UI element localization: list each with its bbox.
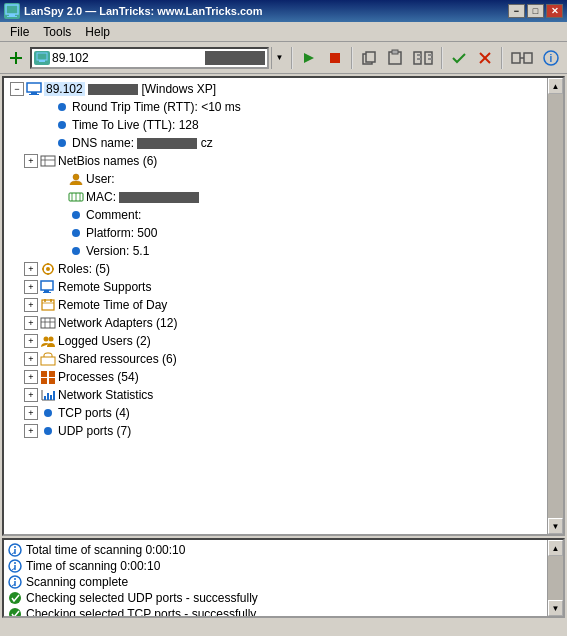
logged-users-expand[interactable]: +: [24, 334, 38, 348]
address-input[interactable]: [52, 51, 203, 65]
status-content: Total time of scanning 0:00:10 Time of s…: [4, 540, 547, 616]
main-scrollbar[interactable]: ▲ ▼: [547, 78, 563, 534]
close-button[interactable]: ✕: [546, 4, 563, 18]
tree-dns[interactable]: DNS name: cz: [6, 134, 545, 152]
status-scroll-down[interactable]: ▼: [548, 600, 563, 616]
status-scroll-up[interactable]: ▲: [548, 540, 563, 556]
menu-bar: File Tools Help: [0, 22, 567, 42]
tcp-label: TCP ports (4): [58, 406, 130, 420]
svg-rect-72: [53, 391, 55, 400]
svg-rect-69: [44, 396, 46, 400]
tree-comment[interactable]: Comment:: [6, 206, 545, 224]
netbios-expand[interactable]: +: [24, 154, 38, 168]
tree-udp[interactable]: + UDP ports (7): [6, 422, 545, 440]
svg-point-29: [58, 103, 66, 111]
tree-remote-supports[interactable]: + Remote Supports: [6, 278, 545, 296]
status-scrollbar[interactable]: ▲ ▼: [547, 540, 563, 616]
processes-icon: [40, 369, 56, 385]
ttl-icon: [54, 117, 70, 133]
status-scroll-track[interactable]: [548, 556, 563, 600]
shared-expand[interactable]: +: [24, 352, 38, 366]
root-expand[interactable]: −: [10, 82, 24, 96]
tree-logged-users[interactable]: + Logged Users (2): [6, 332, 545, 350]
platform-icon: [68, 225, 84, 241]
net-stats-expand[interactable]: +: [24, 388, 38, 402]
scroll-track[interactable]: [548, 94, 563, 518]
tree-processes[interactable]: + Processes (54): [6, 368, 545, 386]
toolbar: ▼: [0, 42, 567, 74]
status-line-4: Checking selected UDP ports - successful…: [8, 590, 543, 606]
svg-rect-26: [27, 83, 41, 92]
info-button[interactable]: i: [539, 46, 563, 70]
config-button[interactable]: [507, 46, 537, 70]
net-adapters-expand[interactable]: +: [24, 316, 38, 330]
tree-remote-time[interactable]: + Remote Time of Day: [6, 296, 545, 314]
scroll-down-button[interactable]: ▼: [548, 518, 563, 534]
maximize-button[interactable]: □: [527, 4, 544, 18]
comment-icon: [68, 207, 84, 223]
tcp-icon: [40, 405, 56, 421]
svg-rect-56: [41, 318, 55, 328]
shared-label: Shared ressources (6): [58, 352, 177, 366]
tree-rtt[interactable]: Round Trip Time (RTT): <10 ms: [6, 98, 545, 116]
status-bar: Total time of scanning 0:00:10 Time of s…: [2, 538, 565, 618]
svg-point-30: [58, 121, 66, 129]
svg-rect-62: [41, 357, 55, 365]
add-button[interactable]: [4, 46, 28, 70]
comment-label: Comment:: [86, 208, 141, 222]
tree-shared[interactable]: + Shared ressources (6): [6, 350, 545, 368]
svg-point-60: [44, 337, 49, 342]
tree-net-adapters[interactable]: + Network Adapters (12): [6, 314, 545, 332]
tree-area[interactable]: − 89.102 [Windows XP] Round Trip Time (R…: [4, 78, 547, 534]
user-label: User:: [86, 172, 115, 186]
net-adapters-icon: [40, 315, 56, 331]
minimize-button[interactable]: −: [508, 4, 525, 18]
menu-file[interactable]: File: [4, 23, 35, 41]
tree-roles[interactable]: + Roles: (5): [6, 260, 545, 278]
netbios-label: NetBios names (6): [58, 154, 157, 168]
tree-mac[interactable]: MAC:: [6, 188, 545, 206]
stop-button[interactable]: [323, 46, 347, 70]
paste-button[interactable]: [383, 46, 407, 70]
options-button[interactable]: [409, 46, 437, 70]
svg-rect-64: [49, 371, 55, 377]
tree-tcp[interactable]: + TCP ports (4): [6, 404, 545, 422]
address-dropdown[interactable]: ▼: [271, 47, 287, 69]
mac-label: MAC:: [86, 190, 199, 204]
cancel-button[interactable]: [473, 46, 497, 70]
tree-platform[interactable]: Platform: 500: [6, 224, 545, 242]
tree-ttl[interactable]: Time To Live (TTL): 128: [6, 116, 545, 134]
root-redacted: [85, 82, 142, 96]
go-button[interactable]: [297, 46, 321, 70]
status-line-1: Total time of scanning 0:00:10: [8, 542, 543, 558]
tree-version[interactable]: Version: 5.1: [6, 242, 545, 260]
svg-rect-6: [39, 60, 45, 62]
udp-expand[interactable]: +: [24, 424, 38, 438]
app-icon: [4, 3, 20, 19]
remote-time-expand[interactable]: +: [24, 298, 38, 312]
svg-text:i: i: [550, 53, 553, 64]
separator-3: [441, 47, 443, 69]
status-text-5: Checking selected TCP ports - successful…: [26, 607, 256, 616]
tree-net-stats[interactable]: + Network Statistics: [6, 386, 545, 404]
svg-rect-12: [392, 50, 398, 54]
tree-user[interactable]: User:: [6, 170, 545, 188]
scroll-up-button[interactable]: ▲: [548, 78, 563, 94]
remote-supports-expand[interactable]: +: [24, 280, 38, 294]
svg-rect-51: [43, 292, 51, 293]
processes-expand[interactable]: +: [24, 370, 38, 384]
copy-button[interactable]: [357, 46, 381, 70]
tcp-expand[interactable]: +: [24, 406, 38, 420]
menu-help[interactable]: Help: [79, 23, 116, 41]
tree-root[interactable]: − 89.102 [Windows XP]: [6, 80, 545, 98]
udp-label: UDP ports (7): [58, 424, 131, 438]
check-button[interactable]: [447, 46, 471, 70]
net-stats-icon: [40, 387, 56, 403]
processes-label: Processes (54): [58, 370, 139, 384]
svg-rect-65: [41, 378, 47, 384]
svg-marker-7: [304, 53, 314, 63]
roles-expand[interactable]: +: [24, 262, 38, 276]
logged-users-label: Logged Users (2): [58, 334, 151, 348]
menu-tools[interactable]: Tools: [37, 23, 77, 41]
tree-netbios[interactable]: + NetBios names (6): [6, 152, 545, 170]
